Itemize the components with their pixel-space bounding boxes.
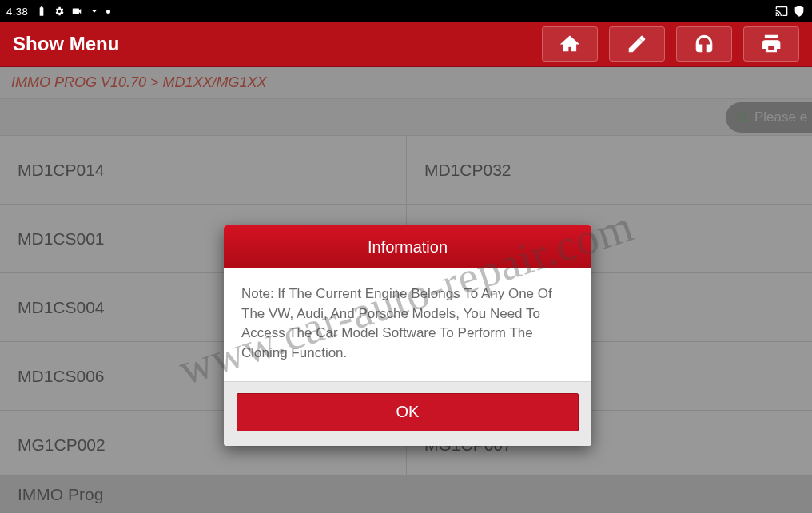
battery-icon [36, 6, 47, 17]
down-caret-icon [89, 6, 100, 17]
info-dialog: Information Note: If The Current Engine … [224, 225, 591, 446]
app-root: 4:38 [0, 0, 812, 513]
edit-icon [627, 34, 647, 54]
shield-icon [793, 5, 806, 18]
header-actions [542, 26, 799, 62]
printer-icon [761, 34, 782, 54]
dialog-footer: OK [224, 381, 591, 446]
android-status-bar: 4:38 [0, 0, 812, 22]
camera-icon [71, 6, 82, 17]
gear-icon [54, 6, 65, 17]
ok-button-label: OK [396, 403, 420, 421]
dialog-body: Note: If The Current Engine Belongs To A… [224, 268, 591, 381]
cast-icon [775, 5, 788, 18]
page-title: Show Menu [13, 33, 119, 55]
status-dot-icon [106, 10, 110, 14]
app-header: Show Menu [0, 22, 812, 67]
status-time: 4:38 [6, 6, 28, 18]
status-left: 4:38 [6, 6, 110, 18]
modal-overlay: Information Note: If The Current Engine … [0, 67, 812, 513]
status-icons-left [36, 6, 110, 17]
print-button[interactable] [743, 26, 799, 62]
dialog-title: Information [224, 225, 591, 268]
status-icons-right [775, 5, 806, 18]
ok-button[interactable]: OK [237, 393, 579, 431]
home-icon [559, 34, 580, 54]
edit-button[interactable] [609, 26, 665, 62]
support-button[interactable] [676, 26, 732, 62]
home-button[interactable] [542, 26, 598, 62]
headset-icon [694, 34, 714, 54]
